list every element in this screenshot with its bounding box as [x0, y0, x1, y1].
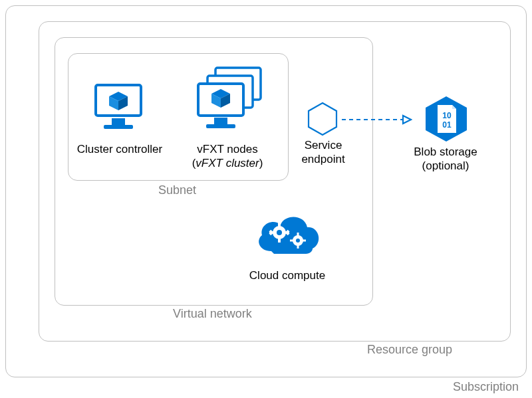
subscription-label: Subscription [453, 380, 519, 394]
service-endpoint-l1: Service [305, 139, 342, 151]
svg-text:01: 01 [442, 120, 452, 130]
resource-group-label: Resource group [367, 343, 452, 357]
svg-rect-10 [206, 124, 235, 128]
cloud-gears-icon [251, 207, 325, 264]
blob-l1: Blob storage [414, 146, 477, 158]
blob-storage-label: Blob storage (optional) [392, 145, 499, 173]
svg-text:10: 10 [442, 111, 452, 120]
svg-rect-22 [278, 223, 281, 227]
vm-cluster-icon [193, 65, 266, 132]
svg-point-21 [277, 230, 282, 235]
svg-point-31 [296, 239, 300, 243]
vfxt-nodes-label: vFXT nodes (vFXT cluster) [174, 142, 281, 171]
vm-icon [92, 80, 145, 133]
service-endpoint-label: Service endpoint [270, 138, 376, 167]
vfxt-nodes-paren-close: ) [259, 157, 263, 169]
vfxt-nodes-line2-italic: vFXT cluster [196, 157, 259, 169]
svg-rect-32 [297, 233, 299, 236]
virtual-network-label: Virtual network [173, 307, 252, 321]
svg-marker-16 [403, 116, 411, 124]
svg-rect-9 [214, 118, 227, 124]
arrow-icon [340, 113, 412, 126]
hexagon-icon [306, 101, 339, 137]
svg-rect-1 [112, 118, 125, 125]
vfxt-nodes-line1: vFXT nodes [197, 143, 257, 155]
svg-rect-34 [290, 240, 293, 242]
svg-rect-35 [303, 240, 306, 242]
cloud-compute-label: Cloud compute [234, 268, 340, 282]
cluster-controller-label: Cluster controller [66, 142, 173, 156]
subnet-label: Subnet [158, 183, 196, 197]
blob-l2: (optional) [422, 159, 469, 172]
svg-marker-14 [309, 103, 336, 135]
svg-rect-2 [104, 125, 133, 129]
svg-rect-23 [278, 239, 281, 243]
svg-rect-33 [297, 245, 299, 249]
service-endpoint-l2: endpoint [301, 153, 344, 165]
blob-storage-icon: 10 01 [423, 94, 469, 144]
